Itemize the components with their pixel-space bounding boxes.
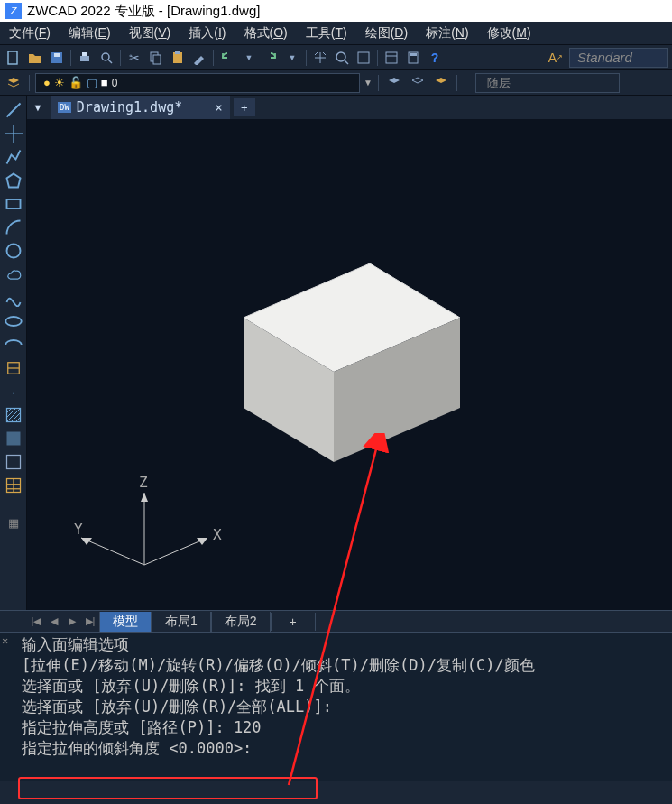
hatch-tool-icon[interactable] [5,406,23,424]
zoom-ext-icon[interactable] [354,48,373,68]
svg-marker-21 [6,174,20,188]
menu-t[interactable]: 工具(T) [297,22,356,44]
file-tab[interactable]: DW Drawing1.dwg* × [51,96,230,119]
spline-tool-icon[interactable] [5,289,23,307]
solid-box-3d [207,236,496,489]
ellipse-tool-icon[interactable] [5,312,23,330]
menu-n[interactable]: 标注(N) [417,22,477,44]
rect-tool-icon[interactable] [5,195,23,213]
copy-icon[interactable] [146,48,166,68]
circle-tool-icon[interactable] [5,242,23,260]
line-tool-icon[interactable] [5,101,23,119]
dropdown-arrow[interactable]: ▼ [239,48,259,68]
menu-o[interactable]: 格式(O) [235,22,297,44]
sun-icon: ☀ [54,76,65,89]
cmd-line: 输入面编辑选项 [22,634,668,655]
layer-manager-icon[interactable] [4,73,23,93]
menu-m[interactable]: 修改(M) [478,22,540,44]
save-icon[interactable] [47,48,67,68]
block-tool-icon[interactable] [5,359,23,377]
command-history: 输入面编辑选项[拉伸(E)/移动(M)/旋转(R)/偏移(O)/倾斜(T)/删除… [0,633,672,761]
dim-style-icon[interactable]: A↗ [546,48,566,68]
draw-toolbar: · ▦ [0,96,27,610]
chevron-down-icon[interactable]: ▼ [364,78,373,88]
title-bar: Z ZWCAD 2022 专业版 - [Drawing1.dwg] [0,0,672,22]
svg-rect-13 [358,52,369,63]
svg-text:Z: Z [139,475,148,491]
table-tool-icon[interactable] [5,476,23,494]
match-icon[interactable] [189,48,209,68]
app-logo-icon: Z [5,3,22,19]
svg-line-41 [144,538,207,565]
polyline-tool-icon[interactable] [5,148,23,166]
menu-i[interactable]: 插入(I) [180,22,235,44]
new-tab-button[interactable]: + [234,98,255,116]
gradient-tool-icon[interactable] [5,430,23,448]
svg-rect-22 [6,199,20,208]
svg-rect-4 [82,52,87,56]
annotation-highlight [18,777,318,799]
layer-prev-icon[interactable] [384,73,404,93]
preview-icon[interactable] [97,48,116,68]
menu-f[interactable]: 文件(F) [0,22,60,44]
paste-icon[interactable] [168,48,188,68]
print-icon[interactable] [75,48,95,68]
menu-e[interactable]: 编辑(E) [60,22,120,44]
add-layout-tab[interactable]: + [271,613,316,631]
arc-tool-icon[interactable] [5,218,23,236]
close-tab-icon[interactable]: × [215,100,222,115]
region-tool-icon[interactable] [5,453,23,471]
prev-tab-icon[interactable]: ◀ [45,613,63,631]
redo-icon[interactable] [261,48,281,68]
close-cmd-icon[interactable]: ✕ [2,634,8,647]
cmd-line: [拉伸(E)/移动(M)/旋转(R)/偏移(O)/倾斜(T)/删除(D)/复制(… [22,655,668,676]
calc-icon[interactable] [403,48,423,68]
svg-rect-0 [8,51,17,64]
cmd-line: 选择面或 [放弃(U)/删除(R)/全部(ALL)]: [22,697,668,717]
svg-point-24 [5,317,22,326]
misc-tool-icon[interactable]: ▦ [5,513,23,531]
bulb-icon: ● [43,76,51,89]
last-tab-icon[interactable]: ▶| [81,613,99,631]
svg-line-18 [6,104,20,117]
zoom-icon[interactable] [332,48,352,68]
first-tab-icon[interactable]: |◀ [27,613,45,631]
xline-tool-icon[interactable] [5,125,23,143]
layer-iso-icon[interactable] [431,73,451,93]
polygon-tool-icon[interactable] [5,171,23,189]
tab-dropdown-icon[interactable]: ▼ [29,98,47,116]
svg-line-6 [108,60,112,63]
layout2-tab[interactable]: 布局2 [211,612,271,632]
prop-icon[interactable] [382,48,401,68]
svg-rect-14 [386,52,397,63]
new-icon[interactable] [4,48,23,68]
svg-point-5 [102,53,109,60]
revcloud-tool-icon[interactable] [5,265,23,283]
point-tool-icon[interactable]: · [5,383,23,401]
menu-bar: 文件(F)编辑(E)视图(V)插入(I)格式(O)工具(T)绘图(D)标注(N)… [0,22,672,45]
drawing-viewport[interactable]: ▼ DW Drawing1.dwg* × + Z X [27,96,672,610]
cmd-line: 指定拉伸的倾斜角度 <0.0000>: [22,738,668,759]
layer-state-icon[interactable] [408,73,428,93]
svg-line-12 [345,60,348,64]
layer-dropdown[interactable]: ● ☀ 🔓 ▢ ■ 0 [35,73,360,93]
svg-rect-3 [80,56,89,61]
svg-point-23 [6,245,20,258]
dropdown-arrow[interactable]: ▼ [282,48,302,68]
cut-icon[interactable]: ✂ [124,48,144,68]
model-tab[interactable]: 模型 [99,612,152,632]
layout1-tab[interactable]: 布局1 [152,612,211,632]
undo-icon[interactable] [217,48,237,68]
command-panel[interactable]: ✕ 输入面编辑选项[拉伸(E)/移动(M)/旋转(R)/偏移(O)/倾斜(T)/… [0,632,672,781]
help-icon[interactable]: ? [425,48,445,68]
ellipse-arc-tool-icon[interactable] [5,336,23,354]
text-style-input[interactable] [569,48,668,68]
pan-icon[interactable] [310,48,330,68]
svg-rect-28 [6,432,20,446]
next-tab-icon[interactable]: ▶ [63,613,81,631]
menu-d[interactable]: 绘图(D) [356,22,417,44]
open-icon[interactable] [25,48,45,68]
ucs-icon: Z X Y [72,475,253,592]
follow-layer-dropdown[interactable]: 随层 [475,73,620,93]
menu-v[interactable]: 视图(V) [120,22,180,44]
